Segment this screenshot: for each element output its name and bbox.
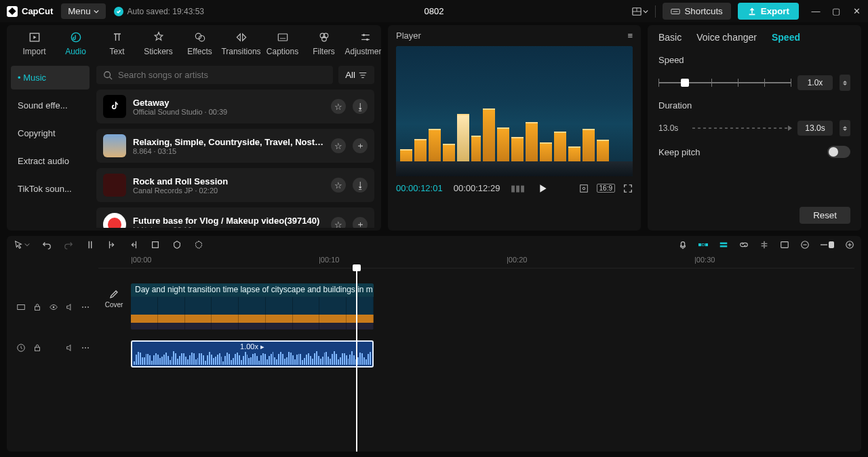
search-input[interactable] bbox=[118, 70, 326, 80]
duration-value[interactable]: 13.0s bbox=[797, 121, 833, 136]
nav-audio[interactable]: Audio bbox=[55, 29, 96, 58]
duration-label: Duration bbox=[658, 100, 850, 111]
playhead[interactable] bbox=[356, 269, 357, 452]
align-button[interactable] bbox=[760, 240, 769, 250]
fullscreen-icon[interactable] bbox=[623, 184, 633, 193]
speed-slider[interactable] bbox=[658, 76, 791, 90]
preview-mode-button[interactable] bbox=[780, 240, 789, 250]
tracks-area[interactable]: Cover Day and night transition time laps… bbox=[98, 269, 861, 452]
cover-button[interactable]: Cover bbox=[102, 289, 125, 309]
menu-button[interactable]: Menu bbox=[61, 3, 105, 19]
video-clip-label: Day and night transition time lapse of c… bbox=[131, 283, 374, 296]
download-button[interactable]: ⭳ bbox=[353, 99, 368, 114]
player-title: Player bbox=[396, 31, 421, 41]
record-button[interactable] bbox=[678, 240, 688, 250]
scale-icon[interactable] bbox=[579, 184, 589, 193]
shortcuts-button[interactable]: Shortcuts bbox=[663, 3, 730, 20]
preview-viewport[interactable] bbox=[396, 46, 633, 176]
play-button[interactable] bbox=[538, 184, 548, 193]
tab-speed[interactable]: Speed bbox=[772, 32, 800, 43]
nav-captions[interactable]: Captions bbox=[262, 29, 303, 58]
maximize-button[interactable]: ▢ bbox=[831, 6, 841, 16]
mute-icon[interactable] bbox=[65, 302, 75, 312]
timeline-ruler[interactable]: |00:00 |00:10 |00:20 |00:30 bbox=[98, 254, 854, 269]
sidebar-item-sound-effects[interactable]: Sound effe... bbox=[11, 94, 90, 117]
undo-button[interactable] bbox=[42, 240, 52, 250]
nav-stickers[interactable]: Stickers bbox=[138, 29, 179, 58]
redo-button[interactable] bbox=[64, 240, 73, 250]
svg-point-6 bbox=[71, 33, 80, 41]
close-button[interactable]: ✕ bbox=[852, 6, 861, 16]
trim-right-button[interactable] bbox=[129, 240, 138, 250]
add-button[interactable]: ＋ bbox=[353, 217, 368, 228]
svg-point-16 bbox=[104, 71, 111, 77]
nav-effects[interactable]: Effects bbox=[179, 29, 220, 58]
nav-filters[interactable]: Filters bbox=[303, 29, 344, 58]
duration-stepper[interactable] bbox=[840, 120, 850, 136]
keep-pitch-toggle[interactable] bbox=[827, 146, 850, 158]
magnet-track-button[interactable] bbox=[719, 240, 728, 250]
nav-adjustment[interactable]: Adjustment bbox=[344, 29, 381, 58]
pointer-tool[interactable] bbox=[14, 240, 30, 250]
player-menu-icon[interactable]: ≡ bbox=[627, 31, 633, 41]
video-track-controls: ⋯ bbox=[7, 283, 98, 331]
layout-dropdown[interactable] bbox=[632, 7, 648, 16]
video-clip[interactable]: Day and night transition time lapse of c… bbox=[131, 283, 374, 330]
zoom-slider[interactable] bbox=[821, 241, 834, 248]
speed-value[interactable]: 1.0x bbox=[797, 75, 833, 90]
brand-logo-icon bbox=[7, 6, 18, 17]
magnet-main-button[interactable] bbox=[698, 240, 708, 250]
trim-left-button[interactable] bbox=[107, 240, 117, 250]
svg-rect-34 bbox=[35, 306, 40, 310]
columns-icon[interactable]: ▮▮▮ bbox=[511, 183, 525, 193]
favorite-button[interactable]: ☆ bbox=[331, 138, 346, 153]
marker-button[interactable] bbox=[172, 240, 182, 250]
tiktok-icon bbox=[108, 100, 121, 113]
lock-icon[interactable] bbox=[33, 343, 42, 353]
delete-button[interactable] bbox=[151, 240, 160, 250]
sidebar-item-copyright[interactable]: Copyright bbox=[11, 121, 90, 145]
tab-voice-changer[interactable]: Voice changer bbox=[696, 32, 757, 43]
filter-all-button[interactable]: All bbox=[338, 66, 374, 84]
speed-stepper[interactable] bbox=[840, 75, 850, 91]
add-button[interactable]: ＋ bbox=[353, 138, 368, 153]
nav-transitions[interactable]: Transitions bbox=[220, 29, 262, 58]
song-row[interactable]: Rock and Roll SessionCanal Records JP · … bbox=[96, 168, 374, 202]
lock-icon[interactable] bbox=[33, 302, 42, 312]
split-button[interactable] bbox=[85, 240, 95, 250]
nav-text[interactable]: Text bbox=[96, 29, 138, 58]
sidebar-item-extract-audio[interactable]: Extract audio bbox=[11, 149, 90, 173]
link-button[interactable] bbox=[739, 240, 749, 250]
download-button[interactable]: ⭳ bbox=[353, 178, 368, 193]
zoom-out-button[interactable] bbox=[800, 240, 810, 250]
favorite-button[interactable]: ☆ bbox=[331, 217, 346, 228]
more-icon[interactable]: ⋯ bbox=[81, 302, 90, 312]
marker-outline-button[interactable] bbox=[194, 240, 203, 250]
song-row[interactable]: Future base for Vlog / Makeup video(3971… bbox=[96, 207, 374, 228]
nav-import[interactable]: Import bbox=[14, 29, 55, 58]
sidebar-item-tiktok-sounds[interactable]: TikTok soun... bbox=[11, 177, 90, 201]
song-title: Future base for Vlog / Makeup video(3971… bbox=[133, 216, 324, 226]
export-button[interactable]: Export bbox=[738, 3, 799, 20]
search-box[interactable] bbox=[96, 66, 333, 84]
song-sub: M.Nakano · 03:16 bbox=[133, 226, 324, 228]
favorite-button[interactable]: ☆ bbox=[331, 178, 346, 193]
mute-icon[interactable] bbox=[65, 343, 75, 353]
brand-text: CapCut bbox=[22, 6, 53, 16]
visibility-icon[interactable] bbox=[49, 302, 58, 312]
sidebar-item-music[interactable]: Music bbox=[11, 66, 90, 90]
favorite-button[interactable]: ☆ bbox=[331, 99, 346, 114]
reset-button[interactable]: Reset bbox=[800, 207, 850, 224]
tab-basic[interactable]: Basic bbox=[658, 32, 682, 43]
aspect-ratio[interactable]: 16:9 bbox=[597, 184, 615, 193]
duration-slider[interactable] bbox=[692, 127, 791, 129]
minimize-button[interactable]: — bbox=[811, 6, 821, 16]
song-row[interactable]: GetawayOfficial Sound Studio · 00:39 ☆⭳ bbox=[96, 90, 374, 123]
song-row[interactable]: Relaxing, Simple, Countryside, Travel, N… bbox=[96, 129, 374, 163]
cover-label: Cover bbox=[105, 301, 123, 309]
audio-clip[interactable]: 1.00x ▸ bbox=[131, 340, 374, 367]
clock-icon[interactable] bbox=[16, 343, 26, 353]
more-icon[interactable]: ⋯ bbox=[81, 343, 90, 353]
collapse-icon[interactable] bbox=[16, 302, 26, 312]
zoom-in-button[interactable] bbox=[845, 240, 854, 250]
